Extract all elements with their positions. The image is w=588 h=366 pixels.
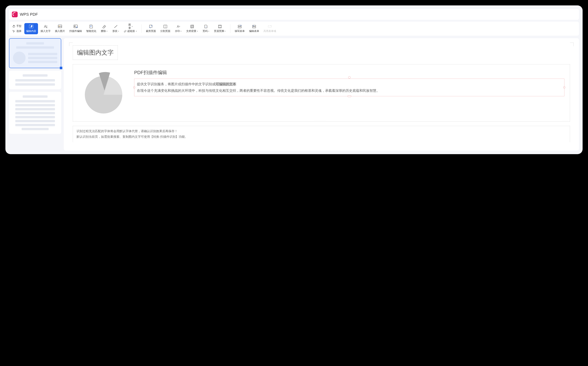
doc-bg-icon	[190, 24, 195, 29]
content-selection-box[interactable]: PDF扫描件编辑 提供文字识别服务，将图片或扫描件中的文字识别成可编辑的文本 在…	[73, 64, 570, 122]
crop-page-button[interactable]: 裁剪页面	[144, 23, 158, 34]
smart-optimize-icon	[89, 24, 94, 29]
svg-text:#: #	[206, 26, 206, 28]
footer-line-1: 识别过程无法匹配的字体将会用默认字体代替，请确认识别效果后再保存！	[77, 129, 566, 134]
edit-content-button[interactable]: 编辑内容	[24, 23, 38, 34]
chevron-down-icon: ▼	[136, 30, 137, 32]
thumbnail-sidebar	[9, 38, 61, 151]
paragraph-2: 在现今这个充满变化和挑战的大环境中，科技与传统文化相互交织，两者的重要性不容忽视…	[137, 87, 562, 94]
svg-rect-0	[29, 25, 33, 28]
footer-note-box: 识别过程无法匹配的字体将会用默认字体代替，请确认识别效果后再保存！ 默认识别当前…	[73, 126, 570, 142]
chevron-down-icon: ▼	[106, 30, 108, 32]
header-footer-button[interactable]: 页眉页脚▼	[212, 23, 228, 34]
svg-rect-17	[238, 27, 241, 28]
watermark-icon	[176, 24, 181, 29]
svg-rect-19	[252, 27, 256, 28]
split-page-button[interactable]: 分割页面	[158, 23, 172, 34]
header-footer-icon	[217, 24, 222, 29]
document-title: 编辑图内文字	[77, 49, 114, 56]
erase-button[interactable]: 擦除▼	[99, 23, 110, 34]
svg-point-1	[31, 25, 32, 26]
title-bar: WPS PDF	[9, 9, 579, 20]
hand-icon	[12, 25, 15, 28]
toolbar-separator	[230, 24, 230, 33]
chevron-down-icon: ▼	[224, 30, 226, 32]
svg-line-6	[114, 25, 117, 28]
resize-handle-right[interactable]	[564, 87, 565, 88]
resize-handle-bottom[interactable]	[348, 95, 351, 97]
watermark-button[interactable]: 水印▼	[173, 23, 184, 34]
app-window: WPS PDF 手型 选择 编辑内容 插入文字	[5, 5, 583, 154]
chevron-down-icon: ▼	[118, 30, 119, 32]
hand-tool-button[interactable]: 手型	[12, 24, 22, 29]
select-tool-button[interactable]: 选择	[12, 29, 22, 34]
fill-form-icon	[237, 24, 242, 29]
pie-chart	[80, 69, 127, 116]
svg-rect-20	[268, 26, 272, 27]
chevron-down-icon: ▼	[208, 30, 209, 32]
svg-rect-2	[58, 25, 62, 28]
scan-edit-icon	[73, 24, 78, 29]
app-logo-icon	[12, 12, 18, 17]
selected-text: 可编辑的文本	[216, 82, 236, 86]
crop-mark-icon	[69, 43, 73, 46]
page-thumbnail-1[interactable]	[9, 38, 61, 68]
page-num-button[interactable]: # 页码▼	[201, 23, 211, 34]
link-icon	[124, 30, 127, 33]
page-thumbnail-2[interactable]	[9, 71, 61, 89]
paragraph-1: 提供文字识别服务，将图片或扫描件中的文字识别成可编辑的文本	[137, 81, 562, 87]
stamp-icon: 图章 ▼	[128, 24, 133, 29]
footer-line-2: 默认识别当前页，如需批量搜索、复制图内文字可使用【转换-扫描件识别】功能。	[77, 134, 566, 140]
shape-icon	[113, 24, 118, 29]
chevron-down-icon: ▼	[132, 26, 133, 27]
highlight-form-icon	[267, 24, 272, 29]
page-num-icon: #	[204, 24, 209, 29]
svg-rect-13	[219, 25, 221, 28]
document-canvas[interactable]: 编辑图内文字 PDF扫描件编辑	[64, 38, 579, 151]
insert-image-icon	[58, 24, 62, 29]
text-edit-box[interactable]: 提供文字识别服务，将图片或扫描件中的文字识别成可编辑的文本 在现今这个充满变化和…	[134, 79, 564, 96]
edit-form-icon	[252, 24, 257, 29]
shape-button[interactable]: 形状▼	[110, 23, 121, 34]
chevron-down-icon: ▼	[197, 30, 198, 32]
crop-mark-icon	[570, 43, 573, 46]
scan-edit-button[interactable]: 扫描件编辑	[67, 23, 84, 34]
highlight-form-button[interactable]: 高亮表单域	[262, 23, 278, 34]
text-content-area: PDF扫描件编辑 提供文字识别服务，将图片或扫描件中的文字识别成可编辑的文本 在…	[134, 69, 564, 96]
toolbar: 手型 选择 编辑内容 插入文字 插入图片	[9, 22, 579, 36]
rotate-handle-icon[interactable]	[348, 76, 351, 79]
crop-icon	[148, 24, 154, 29]
insert-image-button[interactable]: 插入图片	[53, 23, 67, 34]
chevron-down-icon: ▼	[180, 30, 182, 32]
title-selection-box[interactable]: 编辑图内文字	[73, 46, 118, 60]
insert-text-icon	[43, 24, 48, 29]
content-area: 编辑图内文字 PDF扫描件编辑	[9, 38, 579, 151]
insert-text-button[interactable]: 插入文字	[39, 23, 52, 34]
stamp-button[interactable]: 图章 ▼ 超链接▼	[122, 23, 139, 34]
content-heading: PDF扫描件编辑	[134, 69, 564, 76]
page-thumbnail-3[interactable]	[9, 92, 61, 134]
fill-form-button[interactable]: 填写表单	[233, 23, 247, 34]
erase-icon	[102, 24, 107, 29]
app-title: WPS PDF	[20, 12, 38, 17]
edit-form-button[interactable]: 编辑表单	[247, 23, 261, 34]
smart-optimize-button[interactable]: 智能优化	[84, 23, 98, 34]
split-icon	[163, 24, 168, 29]
doc-bg-button[interactable]: 文档背景▼	[184, 23, 200, 34]
edit-content-icon	[29, 24, 34, 29]
resize-handle-left[interactable]	[133, 87, 135, 88]
cursor-icon	[12, 30, 15, 33]
